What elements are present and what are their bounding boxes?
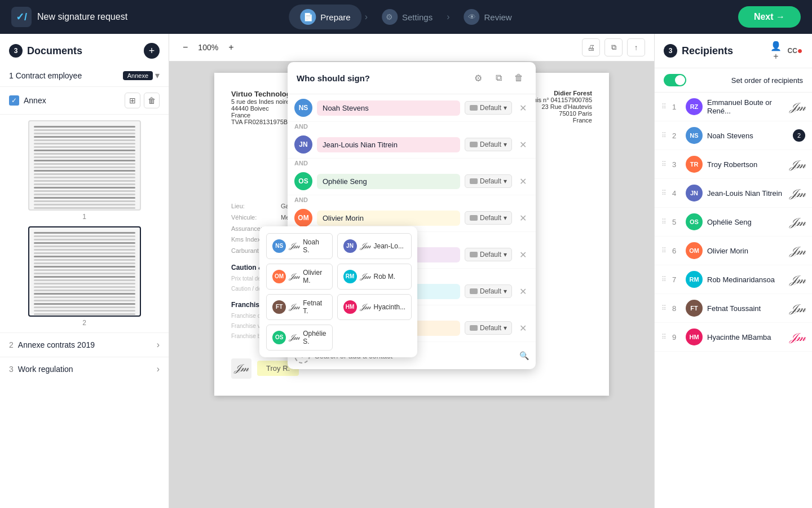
signer-remove-olivier[interactable]: ✕ [517,212,529,224]
doc-expand-icon-3[interactable]: › [157,364,160,374]
doc-group-left-3: 3 Work regulation [9,365,73,374]
sig-btn-fetnat[interactable]: FT 𝒥𝓂 Fetnat T. [266,294,332,320]
doc-expand-icon-2[interactable]: › [157,340,160,350]
sig-name-hyacinthe: Hyacinth... [374,303,406,311]
sig-btn-ophelie[interactable]: OS 𝒥𝓂 Ophélie S. [266,325,332,351]
drag-handle-6[interactable]: ⠿ [661,247,667,255]
app-logo[interactable]: ✓/ New signature request [11,7,127,27]
drag-handle-2[interactable]: ⠿ [661,132,667,139]
sig-avatar-hyacinthe: HM [343,300,357,314]
signer-type-rob[interactable]: Default ▾ [465,248,512,261]
signer-remove-jean[interactable]: ✕ [517,138,529,151]
sig-btn-jean[interactable]: JN 𝒥𝓂 Jean-Lo... [337,233,412,259]
signer-type-jean[interactable]: Default ▾ [465,138,512,151]
recipient-row-7[interactable]: ⠿ 7 RM Rob Medinaridansoa 𝒥𝓂 [655,265,812,294]
signer-remove-fetnat[interactable]: ✕ [517,285,529,297]
doc-num-2: 2 [9,340,14,349]
signer-remove-noah[interactable]: ✕ [517,102,529,114]
recipient-row-2[interactable]: ⠿ 2 NS Noah Stevens 2 [655,121,812,150]
left-sidebar: 3 Documents + 1 Contract employee Annexe… [0,34,169,508]
popup-copy-button[interactable]: ⧉ [491,70,506,86]
next-button[interactable]: Next → [738,6,801,28]
signer-type-hyacinthe[interactable]: Default ▾ [465,321,512,335]
print-button[interactable]: 🖨 [582,38,600,56]
signer-avatar-ophelie: OS [294,172,312,190]
annex-delete-button[interactable]: 🗑 [144,93,160,108]
cc-button[interactable]: CC● [787,43,803,59]
drag-handle-9[interactable]: ⠿ [661,333,667,341]
sig-btn-hyacinthe[interactable]: HM 𝒥𝓂 Hyacinth... [337,294,412,320]
drag-handle-5[interactable]: ⠿ [661,218,667,226]
signer-remove-ophelie[interactable]: ✕ [517,175,529,187]
nav-step-prepare[interactable]: 📄 Prepare [289,5,361,29]
signer-type-olivier[interactable]: Default ▾ [465,211,512,225]
add-document-button[interactable]: + [144,43,160,59]
drag-handle-1[interactable]: ⠿ [661,103,667,111]
nav-arrow-2: › [447,12,449,22]
document-item-2[interactable]: 2 Annexe contrats 2019 › [0,332,169,357]
sig-name-noah: Noah S. [303,238,326,254]
popup-settings-button[interactable]: ⚙ [470,70,486,86]
recipient-name-4: Jean-Louis Nian Titrein [707,189,785,198]
sig-btn-olivier[interactable]: OM 𝒥𝓂 Olivier M. [266,264,332,290]
recipient-sig-3: 𝒥𝓂 [790,158,805,171]
popup-delete-button[interactable]: 🗑 [511,70,527,86]
signer-remove-hyacinthe[interactable]: ✕ [517,322,529,334]
sig-btn-rob[interactable]: RM 𝒥𝓂 Rob M. [337,264,412,290]
center-canvas: − 100% + 🖨 ⧉ ↑ Virtuo Technologies 5 rue… [169,34,654,508]
recipient-row-5[interactable]: ⠿ 5 OS Ophélie Seng 𝒥𝓂 [655,208,812,237]
copy-button[interactable]: ⧉ [604,38,623,56]
and-label-3: AND [288,195,536,204]
order-toggle-row: Set order of recipients [655,68,812,93]
popup-title: Who should sign? [297,73,370,83]
recipient-row-3[interactable]: ⠿ 3 TR Troy Robertson 𝒥𝓂 [655,150,812,179]
logo-icon: ✓/ [11,7,32,27]
annexe-badge: Annexe [123,71,153,80]
annex-checkbox[interactable]: ✓ [9,95,19,106]
nav-step-review[interactable]: 👁 Review [453,5,523,29]
zoom-out-button[interactable]: − [178,40,192,55]
sig-name-rob: Rob M. [374,273,396,281]
drag-handle-4[interactable]: ⠿ [661,189,667,197]
signer-remove-rob[interactable]: ✕ [517,248,529,261]
recipients-list: ⠿ 1 RZ Emmanuel Boute or René... 𝒥𝓂 ⠿ 2 … [655,93,812,352]
order-toggle[interactable] [664,74,686,86]
recipient-row-9[interactable]: ⠿ 9 HM Hyacinthe MBamba 𝒥𝓂 [655,323,812,352]
recipient-sig-4: 𝒥𝓂 [790,187,805,200]
thumb-page-1[interactable]: 1 [9,120,160,221]
recipient-avatar-7: RM [686,271,703,288]
search-icon: 🔍 [519,351,529,360]
add-recipient-button[interactable]: 👤+ [768,43,784,59]
upload-button[interactable]: ↑ [627,38,645,56]
recipient-num-5: 5 [672,218,681,226]
annex-copy-button[interactable]: ⊞ [125,93,140,108]
signer-type-noah[interactable]: Default ▾ [465,101,512,115]
doc-expand-icon[interactable]: ▾ [155,70,160,81]
annex-actions: ⊞ 🗑 [125,93,160,108]
recipient-row-6[interactable]: ⠿ 6 OM Olivier Morin 𝒥𝓂 [655,237,812,265]
sig-btn-noah[interactable]: NS 𝒥𝓂 Noah S. [266,233,332,259]
documents-count: 3 [9,44,23,58]
recipient-num-1: 1 [672,103,681,111]
drag-handle-8[interactable]: ⠿ [661,304,667,312]
doc-item-header-1: 1 Contract employee Annexe ▾ [9,70,160,81]
signer-name-ophelie: Ophélie Seng [317,174,460,189]
recipient-num-3: 3 [672,160,681,169]
recipient-row-4[interactable]: ⠿ 4 JN Jean-Louis Nian Titrein 𝒥𝓂 [655,179,812,208]
thumb-num-1: 1 [9,213,160,221]
recipient-avatar-2: NS [686,127,703,144]
document-item-3[interactable]: 3 Work regulation › [0,357,169,381]
zoom-in-button[interactable]: + [224,40,238,55]
sig-buttons-popup: NS 𝒥𝓂 Noah S. JN 𝒥𝓂 Jean-Lo... OM [259,226,417,357]
thumb-page-2[interactable]: 2 [9,226,160,327]
signer-row-noah: NS Noah Stevens Default ▾ ✕ [288,94,536,122]
document-item-1[interactable]: 1 Contract employee Annexe ▾ [0,64,169,87]
drag-handle-3[interactable]: ⠿ [661,160,667,168]
signer-type-ophelie[interactable]: Default ▾ [465,174,512,188]
drag-handle-7[interactable]: ⠿ [661,275,667,283]
recipient-row-8[interactable]: ⠿ 8 FT Fetnat Toussaint 𝒥𝓂 [655,294,812,323]
recipient-row-1[interactable]: ⠿ 1 RZ Emmanuel Boute or René... 𝒥𝓂 [655,93,812,121]
thumb-img-2 [28,226,141,317]
nav-step-settings[interactable]: ⚙ Settings [370,5,444,29]
signer-type-fetnat[interactable]: Default ▾ [465,284,512,298]
